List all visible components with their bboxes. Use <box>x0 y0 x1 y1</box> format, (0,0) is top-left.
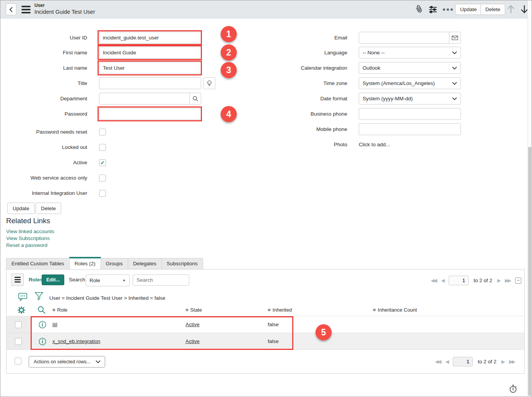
info-icon[interactable] <box>39 338 46 347</box>
column-header-inheritance-count-label: Inheritance Count <box>378 307 417 313</box>
business-phone-label: Business phone <box>245 111 347 117</box>
more-options-icon[interactable] <box>443 8 453 11</box>
mobile-phone-input[interactable] <box>359 123 461 135</box>
form-header-bar: User Incident Guide Test User Update Del… <box>0 0 532 18</box>
record-name: Incident Guide Test User <box>34 8 95 15</box>
chevron-down-icon <box>452 51 457 54</box>
scrollbar-thumb[interactable] <box>528 147 531 396</box>
column-header-role[interactable]: ≡Role <box>52 307 67 313</box>
time-zone-value: System (America/Los_Angeles) <box>363 80 435 86</box>
prev-page-icon[interactable]: ◀ <box>445 359 448 364</box>
tab-subscriptions[interactable]: Subscriptions <box>161 258 203 270</box>
back-chevron-icon <box>9 7 13 13</box>
header-delete-button[interactable]: Delete <box>480 4 505 15</box>
tab-groups[interactable]: Groups <box>101 258 128 270</box>
web-service-access-only-checkbox[interactable]: ✓ <box>99 175 106 181</box>
roles-edit-button[interactable]: Edit... <box>42 274 64 285</box>
roles-list-title[interactable]: Roles <box>29 277 43 283</box>
chevron-down-icon <box>452 67 457 70</box>
filter-funnel-icon[interactable] <box>35 292 43 303</box>
personalize-form-sliders-icon[interactable] <box>428 5 438 16</box>
related-link-view-linked-accounts[interactable]: View linked accounts <box>6 229 54 234</box>
language-value: -- None -- <box>363 50 385 56</box>
column-header-inheritance-count[interactable]: ≡Inheritance Count <box>373 307 417 313</box>
gear-icon[interactable] <box>17 306 26 316</box>
language-label: Language <box>245 50 347 56</box>
page-number-input[interactable] <box>449 276 469 285</box>
active-label: Active <box>0 160 87 165</box>
email-send-button[interactable] <box>449 32 460 43</box>
info-icon[interactable] <box>39 321 46 330</box>
search-field-value: Role <box>89 278 100 283</box>
active-checkbox[interactable]: ✓ <box>99 159 106 166</box>
prev-page-icon[interactable]: ◀ <box>441 278 444 283</box>
table-row: x_snd_eb.integration Active false <box>7 333 524 350</box>
select-all-checkbox[interactable] <box>15 358 21 364</box>
state-link[interactable]: Active <box>185 338 200 344</box>
business-phone-input[interactable] <box>359 108 461 120</box>
comments-bubble-icon[interactable] <box>18 293 27 302</box>
vertical-scrollbar[interactable] <box>527 0 532 397</box>
time-zone-select[interactable]: System (America/Los_Angeles) <box>359 77 461 89</box>
roles-search-input[interactable] <box>133 274 189 286</box>
roles-pagination-bottom: ◀◀ ◀ to 2 of 2 ▶ ▶▶ <box>435 357 514 366</box>
tab-roles[interactable]: Roles (2) <box>69 257 101 270</box>
callout-2: 2 <box>221 44 237 60</box>
column-menu-icon: ≡ <box>52 307 55 313</box>
form-update-button[interactable]: Update <box>7 203 35 214</box>
checkmark-icon: ✓ <box>100 175 105 181</box>
next-page-icon[interactable]: ▶ <box>501 359 504 364</box>
column-header-state[interactable]: ≡State <box>185 307 202 313</box>
column-header-role-label: Role <box>57 307 68 313</box>
first-page-icon[interactable]: ◀◀ <box>435 359 440 364</box>
row-select-checkbox[interactable] <box>15 321 22 328</box>
row-select-checkbox[interactable] <box>15 338 22 345</box>
next-page-icon[interactable]: ▶ <box>497 278 500 283</box>
tab-delegates[interactable]: Delegates <box>128 258 161 270</box>
internal-integration-user-checkbox[interactable]: ✓ <box>99 190 106 197</box>
previous-record-arrow-up-icon[interactable] <box>506 4 516 16</box>
inherited-value: false <box>268 322 279 327</box>
date-format-label: Date format <box>245 96 347 101</box>
photo-label: Photo <box>245 142 347 147</box>
calendar-integration-select[interactable]: Outlook <box>359 62 461 74</box>
role-link[interactable]: itil <box>52 322 57 327</box>
inherited-value: false <box>268 338 279 344</box>
envelope-icon <box>452 36 458 40</box>
time-zone-label: Time zone <box>245 80 347 86</box>
chevron-down-icon <box>452 82 457 85</box>
actions-select-value: Actions on selected rows... <box>34 359 91 364</box>
list-context-menu-button[interactable] <box>11 273 24 286</box>
back-button[interactable] <box>6 3 16 15</box>
response-time-stopwatch-icon[interactable] <box>509 384 517 395</box>
role-link[interactable]: x_snd_eb.integration <box>52 338 100 344</box>
callout-4: 4 <box>221 106 237 122</box>
attachment-paperclip-icon[interactable] <box>414 5 424 16</box>
context-menu-icon[interactable] <box>21 6 31 15</box>
search-field-select[interactable]: Role ▼ <box>86 274 130 286</box>
language-select[interactable]: -- None -- <box>359 47 461 59</box>
state-link[interactable]: Active <box>185 322 200 327</box>
first-page-icon[interactable]: ◀◀ <box>431 278 436 283</box>
page-number-input[interactable] <box>453 357 473 366</box>
internal-integration-user-label: Internal Integration User <box>0 190 87 196</box>
filter-breadcrumb[interactable]: User = Incident Guide Test User > Inheri… <box>49 295 165 301</box>
last-page-icon[interactable]: ▶▶ <box>505 278 510 283</box>
actions-on-selected-rows-select[interactable]: Actions on selected rows... <box>29 356 105 368</box>
tab-entitled-custom-tables[interactable]: Entitled Custom Tables <box>6 258 69 270</box>
email-field[interactable] <box>359 32 461 44</box>
related-link-view-subscriptions[interactable]: View Subscriptions <box>6 235 50 241</box>
related-link-reset-a-password[interactable]: Reset a password <box>6 242 47 248</box>
related-lists-tabbar: Entitled Custom Tables Roles (2) Groups … <box>6 256 203 270</box>
column-header-inherited[interactable]: ≡Inherited <box>268 307 292 313</box>
last-page-icon[interactable]: ▶▶ <box>509 359 514 364</box>
calendar-integration-value: Outlook <box>363 65 381 71</box>
collapse-list-icon[interactable]: − <box>515 278 521 284</box>
list-search-icon[interactable] <box>37 306 46 316</box>
photo-click-to-add[interactable]: Click to add... <box>359 142 390 147</box>
header-update-button[interactable]: Update <box>455 4 482 15</box>
roles-pagination-top: ◀◀ ◀ to 2 of 2 ▶ ▶▶ − <box>431 276 521 285</box>
date-format-select[interactable]: System (yyyy-MM-dd) <box>359 93 461 105</box>
form-delete-button[interactable]: Delete <box>36 203 61 214</box>
roles-search-label: Search <box>69 277 85 283</box>
